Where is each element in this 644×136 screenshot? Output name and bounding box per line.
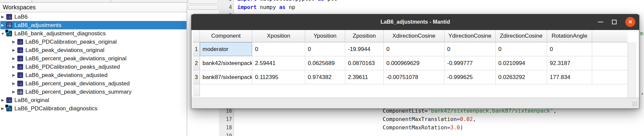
code-token: import — [237, 0, 260, 2]
cell-YdirectionCosine[interactable]: -0.999777 — [444, 56, 496, 70]
workspace-item-LaB6_percent_peak_deviations_summary[interactable]: ▶LaB6_percent_peak_deviations_summary — [0, 88, 186, 96]
cell-RotationAngle[interactable]: 92.3187 — [547, 56, 592, 70]
table-workspace-icon — [17, 64, 23, 70]
code-token: as — [318, 0, 328, 2]
cell-YdirectionCosine[interactable]: 0 — [444, 42, 496, 56]
expand-arrow-icon[interactable]: ▶ — [11, 40, 16, 44]
maximize-button-icon[interactable] — [612, 20, 617, 24]
cell-Zposition[interactable]: 0.0870163 — [345, 56, 384, 70]
table-header-row: ComponentXpositionYpositionZpositionXdir… — [193, 30, 638, 42]
column-header-YdirectionCosine[interactable]: YdirectionCosine — [444, 30, 496, 42]
column-header-filler — [592, 30, 628, 42]
workspace-item-LaB6_adjustments[interactable]: ▶LaB6_adjustments — [0, 21, 186, 29]
row-number[interactable]: 1 — [193, 42, 200, 56]
code-token: matplotlib.pyplot — [260, 0, 317, 2]
cell-Zposition[interactable]: 2.39611 — [345, 70, 384, 84]
expand-arrow-icon[interactable]: ▶ — [0, 106, 5, 111]
expand-arrow-icon[interactable]: ▶ — [11, 73, 16, 77]
code-token: 0.02 — [460, 116, 473, 122]
cell-ZdirectionCosine[interactable]: 0.0210994 — [496, 56, 547, 70]
cell-Yposition[interactable]: 0 — [305, 42, 345, 56]
cell-XdirectionCosine[interactable]: -0.00751078 — [384, 70, 444, 84]
cell-Zposition[interactable]: -19.9944 — [345, 42, 384, 56]
editor-top-widget-fragment — [188, 0, 219, 4]
cell-Yposition[interactable]: 0.974382 — [305, 70, 345, 84]
column-header-XdirectionCosine[interactable]: XdirectionCosine — [384, 30, 444, 42]
widget-edge — [111, 0, 111, 2]
workspace-label: LaB6_PDCalibration_peaks_original — [25, 39, 117, 45]
collapse-arrow-icon[interactable]: ▼ — [0, 32, 5, 36]
column-header-Component[interactable]: Component — [200, 30, 252, 42]
cell-XdirectionCosine[interactable]: 0 — [384, 42, 444, 56]
workspace-item-LaB6_PDCalibration_peaks_adjusted[interactable]: ▶LaB6_PDCalibration_peaks_adjusted — [0, 63, 186, 71]
cell-Xposition[interactable]: 2.59441 — [252, 56, 305, 70]
window-controls: ✕ — [598, 14, 635, 30]
column-header-RotationAngle[interactable]: RotationAngle — [547, 30, 592, 42]
workspace-item-LaB6_bank_adjustment_diagnostics[interactable]: ▼LaB6_bank_adjustment_diagnostics — [0, 29, 186, 38]
close-button-icon[interactable]: ✕ — [625, 17, 635, 27]
cell-ZdirectionCosine[interactable]: 0 — [496, 42, 547, 56]
clipped-glyph: , — [641, 89, 644, 96]
table-workspace-icon — [17, 39, 23, 45]
code-line-3[interactable]: import matplotlib.pyplot as plt — [237, 0, 337, 3]
minimize-button-icon[interactable] — [598, 22, 603, 22]
cell-filler — [592, 42, 628, 56]
resize-grip-icon[interactable] — [632, 102, 638, 107]
column-header-Zposition[interactable]: Zposition — [345, 30, 384, 42]
expand-arrow-icon[interactable]: ▶ — [0, 15, 5, 19]
table-workspace-icon — [17, 47, 23, 53]
code-line-17[interactable]: ComponentMaxTranslation=0.02, — [383, 116, 476, 123]
widget-edge — [32, 0, 32, 2]
line-number: 3 — [221, 0, 232, 3]
cell-Yposition[interactable]: 0.0625689 — [305, 56, 345, 70]
code-token: plt — [328, 0, 337, 2]
expand-arrow-icon[interactable]: ▶ — [11, 65, 16, 69]
cell-XdirectionCosine[interactable]: 0.000969629 — [384, 56, 444, 70]
workspace-item-LaB6_original[interactable]: ▶LaB6_original — [0, 96, 186, 104]
code-token: ) — [460, 124, 463, 131]
cell-YdirectionCosine[interactable]: -0.999625 — [444, 70, 496, 84]
expand-arrow-icon[interactable]: ▶ — [11, 90, 16, 94]
workspace-label: LaB6_PDCalibration_peaks_adjusted — [25, 64, 120, 70]
cell-Xposition[interactable]: 0.112395 — [252, 70, 305, 84]
code-token: import — [237, 4, 260, 10]
code-line-4[interactable]: import numpy as np — [237, 4, 295, 11]
cell-RotationAngle[interactable]: 0 — [547, 42, 592, 56]
vertical-scrollbar[interactable] — [628, 42, 636, 98]
column-header-Xposition[interactable]: Xposition — [252, 30, 305, 42]
cell-filler — [592, 70, 628, 84]
expand-arrow-icon[interactable]: ▶ — [11, 81, 16, 86]
workspace-item-LaB6_PDCalibration_peaks_original[interactable]: ▶LaB6_PDCalibration_peaks_original — [0, 38, 186, 46]
workspace-item-LaB6_percent_peak_deviations_adjusted[interactable]: ▶LaB6_percent_peak_deviations_adjusted — [0, 79, 186, 88]
workspace-item-LaB6_percent_peak_deviations_original[interactable]: ▶LaB6_percent_peak_deviations_original — [0, 54, 186, 63]
workspace-tree: ▶LaB6▶LaB6_adjustments▼LaB6_bank_adjustm… — [0, 13, 186, 113]
column-header-Yposition[interactable]: Yposition — [305, 30, 345, 42]
workspace-item-LaB6_PDCalibration_diagnostics[interactable]: ▶LaB6_PDCalibration_diagnostics — [0, 104, 186, 113]
cell-RotationAngle[interactable]: 177.834 — [547, 70, 592, 84]
workspace-item-LaB6_peak_deviations_adjusted[interactable]: ▶LaB6_peak_deviations_adjusted — [0, 71, 186, 79]
dialog-titlebar[interactable]: LaB6_adjustments - Mantid ✕ — [191, 14, 639, 30]
expand-arrow-icon[interactable]: ▶ — [11, 56, 16, 61]
workspace-label: LaB6_bank_adjustment_diagnostics — [14, 30, 106, 37]
code-token: numpy — [260, 4, 279, 10]
expand-arrow-icon[interactable]: ▶ — [0, 23, 5, 27]
column-header-ZdirectionCosine[interactable]: ZdirectionCosine — [496, 30, 547, 42]
workspace-item-LaB6[interactable]: ▶LaB6 — [0, 13, 186, 21]
mantid-workbench: 3import matplotlib.pyplot as plt4import … — [0, 0, 644, 136]
expand-arrow-icon[interactable]: ▶ — [0, 98, 5, 102]
cell-Component[interactable]: bank87/sixteenpack — [200, 70, 252, 84]
row-number[interactable]: 3 — [193, 70, 200, 84]
code-line-18[interactable]: ComponentMaxRotation=3.0) — [383, 124, 463, 131]
cell-Xposition[interactable]: 0 — [252, 42, 305, 56]
code-token: ComponentMaxRotation= — [383, 124, 450, 131]
table-workspace-icon — [6, 22, 12, 28]
workspace-item-LaB6_peak_deviations_original[interactable]: ▶LaB6_peak_deviations_original — [0, 46, 186, 54]
row-number-stub — [193, 84, 200, 96]
code-token: np — [289, 4, 295, 10]
cell-ZdirectionCosine[interactable]: 0.0263292 — [496, 70, 547, 84]
row-number[interactable]: 2 — [193, 56, 200, 70]
cell-Component[interactable]: moderator — [200, 42, 252, 56]
table-workspace-icon — [6, 14, 12, 20]
expand-arrow-icon[interactable]: ▶ — [11, 48, 16, 52]
cell-Component[interactable]: bank42/sixteenpack — [200, 56, 252, 70]
